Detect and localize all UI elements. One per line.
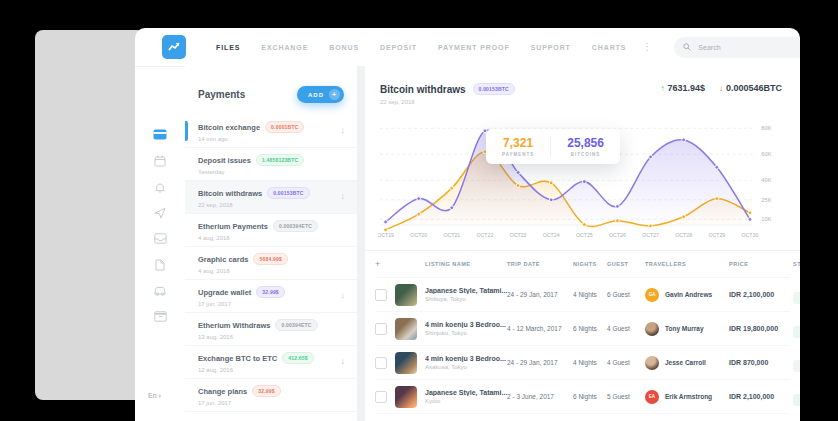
payment-item[interactable]: Bitcoin exchange 0.0001BTC 14 min ago ↓ bbox=[185, 115, 357, 148]
app-logo[interactable] bbox=[162, 35, 186, 59]
document-icon[interactable] bbox=[153, 258, 167, 271]
svg-text:OCT19: OCT19 bbox=[378, 232, 394, 238]
payment-time: 14 min ago bbox=[198, 136, 344, 142]
tooltip-payments-value: 7,321 bbox=[502, 136, 534, 150]
traveller-name: Tony Murray bbox=[665, 325, 704, 332]
payments-panel: Payments ADD + Bitcoin exchange 0.0001BT… bbox=[185, 66, 357, 421]
listing-name: 4 min koenju 3 Bedroo... bbox=[425, 355, 507, 362]
add-payment-button[interactable]: ADD + bbox=[297, 86, 344, 103]
download-icon[interactable]: ↓ bbox=[341, 290, 346, 300]
add-row-button[interactable]: + bbox=[375, 259, 395, 269]
trip-date: 4 - 12 March, 2017 bbox=[507, 325, 573, 332]
payment-badge: 1.4858123BTC bbox=[256, 154, 304, 166]
col-listing-name[interactable]: LISTING NAME bbox=[425, 261, 507, 267]
search-input[interactable] bbox=[696, 43, 800, 52]
col-status[interactable]: STATUS bbox=[793, 261, 800, 267]
table-row[interactable]: 4 min koenju 3 Bedroo... Asakusa, Tokyo … bbox=[375, 346, 790, 380]
row-checkbox[interactable] bbox=[375, 391, 387, 403]
add-button-label: ADD bbox=[308, 92, 324, 98]
archive-icon[interactable] bbox=[153, 310, 167, 323]
payment-time: 17 jun, 2017 bbox=[198, 400, 344, 406]
nav-item-bonus[interactable]: BONUS bbox=[329, 44, 359, 51]
col-guest[interactable]: GUEST bbox=[607, 261, 645, 267]
price: IDR 19,800,000 bbox=[729, 325, 793, 332]
row-checkbox[interactable] bbox=[375, 323, 387, 335]
nav-item-exchange[interactable]: EXCHANGE bbox=[261, 44, 308, 51]
download-icon[interactable]: ↓ bbox=[341, 125, 346, 135]
guest: 4 Guest bbox=[607, 325, 645, 332]
tooltip-bitcoins-label: BITCOINS bbox=[567, 152, 604, 157]
payment-item[interactable]: Exchange BTC to ETC 412.65$ 12 aug, 2016… bbox=[185, 346, 357, 379]
traveller-avatar: GA bbox=[645, 288, 659, 302]
search-icon bbox=[683, 43, 691, 51]
nights: 4 Nights bbox=[573, 291, 607, 298]
download-icon[interactable]: ↓ bbox=[341, 191, 346, 201]
payment-item[interactable]: Change plans 32.99$ 17 jun, 2017 bbox=[185, 379, 357, 412]
nav-item-payment-proof[interactable]: PAYMENT PROOF bbox=[438, 44, 510, 51]
trend-arrow-icon bbox=[167, 40, 181, 54]
svg-text:60K: 60K bbox=[761, 151, 771, 157]
svg-text:OCT20: OCT20 bbox=[410, 232, 427, 238]
search-bar[interactable] bbox=[674, 37, 800, 58]
payment-time: 17 jun, 2017 bbox=[198, 301, 344, 307]
inbox-icon[interactable] bbox=[153, 232, 167, 245]
payment-time: 12 aug, 2016 bbox=[198, 367, 344, 373]
payment-title: Deposit issues bbox=[198, 156, 251, 165]
arrow-up-icon: ↑ bbox=[660, 84, 664, 93]
payment-badge: 0.000394ETC bbox=[273, 220, 318, 232]
chevron-down-icon: ▾ bbox=[159, 393, 162, 399]
panel-divider bbox=[357, 66, 365, 421]
svg-text:OCT27: OCT27 bbox=[642, 232, 659, 238]
bell-icon[interactable] bbox=[153, 180, 167, 193]
table-row[interactable]: 4 min koenju 3 Bedroo... Shinjuku, Tokyo… bbox=[375, 312, 790, 346]
nav-item-charts[interactable]: CHARTS bbox=[592, 44, 627, 51]
trip-date: 2 - 3 June, 2017 bbox=[507, 393, 573, 400]
payment-title: Etherium Payments bbox=[198, 222, 268, 231]
col-trip-date[interactable]: TRIP DATE bbox=[507, 261, 573, 267]
col-nights[interactable]: NIGHTS bbox=[573, 261, 607, 267]
payment-item[interactable]: Graphic cards 5684.99$ 4 aug, 2018 bbox=[185, 247, 357, 280]
table-row[interactable]: Japanese Style, Tatami... Shibuya, Tokyo… bbox=[375, 278, 790, 312]
table-header: + LISTING NAME TRIP DATE NIGHTS GUEST TR… bbox=[375, 251, 790, 278]
send-icon[interactable] bbox=[153, 206, 167, 219]
download-icon[interactable]: ↓ bbox=[341, 356, 346, 366]
payment-time: 13 aug, 2016 bbox=[198, 334, 344, 340]
panel-title: Payments bbox=[198, 89, 245, 100]
nav-item-deposit[interactable]: DEPOSIT bbox=[380, 44, 417, 51]
payment-badge: 5684.99$ bbox=[253, 253, 287, 265]
more-menu-icon[interactable]: ⋮ bbox=[642, 42, 652, 52]
payment-item[interactable]: Upgrade wallet 32.99$ 17 jun, 2017 ↓ bbox=[185, 280, 357, 313]
payment-badge: 32.99$ bbox=[256, 286, 285, 298]
chart[interactable]: 80K60K40K25K10KOCT19OCT20OCT21OCT22OCT23… bbox=[378, 115, 786, 240]
svg-text:OCT23: OCT23 bbox=[510, 232, 527, 238]
listing-name: 4 min koenju 3 Bedroo... bbox=[425, 321, 507, 328]
status-badge: Accepted bbox=[793, 326, 800, 338]
traveller-avatar bbox=[645, 356, 659, 370]
nav-item-files[interactable]: FILES bbox=[216, 44, 240, 51]
payment-item[interactable]: Deposit issues 1.4858123BTC Yesterday bbox=[185, 148, 357, 181]
plus-icon: + bbox=[329, 89, 340, 100]
app-window: FILES EXCHANGE BONUS DEPOSIT PAYMENT PRO… bbox=[135, 28, 800, 421]
arrow-down-icon: ↓ bbox=[719, 84, 723, 93]
calendar-icon[interactable] bbox=[153, 154, 167, 167]
svg-text:OCT25: OCT25 bbox=[576, 232, 593, 238]
tooltip-bitcoins-value: 25,856 bbox=[567, 136, 604, 150]
payment-title: Bitcoin withdraws bbox=[198, 189, 262, 198]
wallet-icon[interactable] bbox=[153, 128, 167, 141]
table-row[interactable]: Japanese Style, Tatami... Kyoto 2 - 3 Ju… bbox=[375, 380, 790, 414]
payment-item[interactable]: Etherium Withdraws 0.00394ETC 13 aug, 20… bbox=[185, 313, 357, 346]
payment-item[interactable]: Bitcoin withdraws 0.00153BTC 22 sep, 201… bbox=[185, 181, 357, 214]
listing-thumbnail bbox=[395, 386, 417, 408]
car-icon[interactable] bbox=[153, 284, 167, 297]
payment-badge: 32.99$ bbox=[252, 385, 281, 397]
row-checkbox[interactable] bbox=[375, 289, 387, 301]
language-selector[interactable]: En ▾ bbox=[148, 392, 161, 399]
nav-item-support[interactable]: SUPPORT bbox=[531, 44, 571, 51]
row-checkbox[interactable] bbox=[375, 357, 387, 369]
payment-item[interactable]: Etherium Payments 0.000394ETC 4 aug, 201… bbox=[185, 214, 357, 247]
traveller-avatar: EA bbox=[645, 390, 659, 404]
background-panel bbox=[35, 30, 145, 400]
col-travellers[interactable]: TRAVELLERS bbox=[645, 261, 729, 267]
col-price[interactable]: PRICE bbox=[729, 261, 793, 267]
listing-location: Shibuya, Tokyo bbox=[425, 296, 507, 302]
